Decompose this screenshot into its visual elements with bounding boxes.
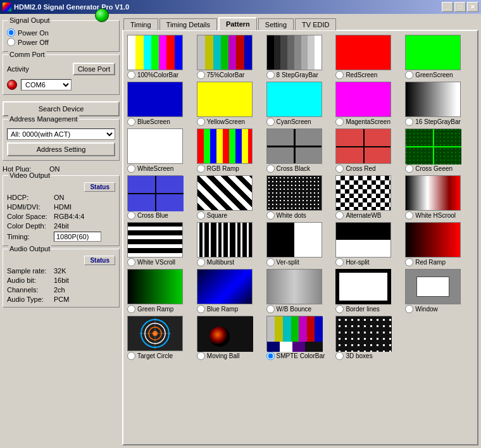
svg-rect-158: [459, 163, 460, 165]
pattern-radio-alternatewb[interactable]: [335, 211, 344, 220]
svg-rect-72: [428, 140, 430, 142]
svg-rect-199: [351, 344, 353, 346]
power-on-radio[interactable]: [7, 28, 15, 37]
tab-pattern[interactable]: Pattern: [218, 17, 257, 30]
pattern-label-borderlines: Border lines: [346, 306, 379, 313]
svg-rect-99: [440, 129, 441, 130]
address-select[interactable]: All: 0000(with ACT): [7, 128, 115, 140]
pattern-radio-movingball[interactable]: [197, 352, 205, 360]
video-status-badge[interactable]: Status: [84, 182, 115, 192]
pattern-radio-crossgreen[interactable]: [405, 165, 413, 173]
svg-rect-143: [455, 144, 456, 146]
svg-rect-44: [417, 148, 418, 149]
pattern-radio-3dboxes[interactable]: [335, 352, 344, 360]
svg-rect-10: [406, 133, 407, 134]
pattern-radio-greenramp[interactable]: [127, 305, 135, 313]
pattern-radio-square[interactable]: [197, 211, 205, 220]
pattern-radio-crossblue[interactable]: [127, 211, 135, 220]
svg-rect-124: [447, 148, 449, 149]
pattern-radio-targetcircle[interactable]: [127, 352, 135, 360]
com-port-select[interactable]: COM6 COM1 COM2 COM3: [21, 79, 72, 90]
pattern-thumb-redscreen: [335, 35, 391, 70]
pattern-radio-wbbounce[interactable]: [266, 305, 275, 313]
pattern-thumb-smpte: [266, 316, 322, 351]
minimize-button[interactable]: _: [442, 2, 453, 12]
pattern-radio-horsplit[interactable]: [335, 258, 344, 266]
power-off-radio[interactable]: [7, 38, 15, 46]
svg-rect-121: [447, 137, 449, 138]
tab-timing[interactable]: Timing: [123, 18, 158, 30]
svg-rect-107: [440, 159, 441, 161]
pattern-radio-yellowscreen[interactable]: [197, 118, 205, 126]
pattern-radio-window[interactable]: [405, 305, 413, 313]
pattern-item-crossgreen: Cross Geeen: [405, 128, 473, 173]
pattern-radio-whitescreen[interactable]: [127, 165, 135, 173]
svg-rect-34: [413, 148, 415, 149]
svg-rect-136: [451, 156, 453, 157]
pattern-item-redramp: Red Ramp: [405, 222, 473, 266]
svg-rect-155: [459, 152, 460, 153]
svg-rect-21: [409, 137, 411, 138]
pattern-thumb-crossblue: [127, 175, 183, 211]
pattern-item-graystep16: 16 StepGrayBar: [405, 82, 473, 126]
pattern-thumb-whitescreen: [127, 128, 183, 164]
svg-rect-25: [409, 152, 411, 153]
pattern-thumb-redramp: [405, 222, 461, 258]
pattern-radio-redramp[interactable]: [405, 258, 413, 266]
svg-rect-0: [267, 129, 322, 164]
tab-timing-details[interactable]: Timing Details: [159, 18, 217, 30]
search-device-button[interactable]: Search Device: [3, 101, 120, 116]
pattern-radio-graystep16[interactable]: [405, 118, 413, 126]
pattern-radio-crossred[interactable]: [335, 165, 344, 173]
audio-status-badge[interactable]: Status: [84, 256, 115, 265]
svg-rect-146: [455, 156, 456, 157]
pattern-label-magentascreen: MagentaScreen: [346, 118, 390, 125]
address-setting-button[interactable]: Address Setting: [7, 142, 115, 156]
pattern-radio-versplit[interactable]: [266, 258, 275, 266]
pattern-radio-smpte[interactable]: [266, 352, 275, 360]
pattern-radio-multiburst[interactable]: [197, 258, 205, 266]
pattern-label-multiburst: Multiburst: [207, 259, 234, 266]
pattern-thumb-graystep16: [405, 82, 461, 117]
svg-rect-52: [421, 140, 422, 142]
pattern-radio-rgbramp[interactable]: [197, 165, 205, 173]
svg-rect-195: [351, 319, 353, 321]
pattern-radio-graystep8[interactable]: [266, 71, 275, 79]
tab-tv-edid[interactable]: TV EDID: [295, 18, 336, 30]
pattern-thumb-alternatewb: [335, 175, 391, 211]
pattern-thumb-bluescreen: [127, 82, 183, 117]
activity-led: [7, 80, 17, 90]
svg-rect-233: [389, 332, 391, 333]
pattern-radio-colorbar75[interactable]: [197, 71, 205, 79]
svg-rect-119: [447, 129, 449, 130]
svg-rect-192: [345, 338, 347, 340]
pattern-radio-magentascreen[interactable]: [335, 118, 344, 126]
maximize-button[interactable]: □: [454, 2, 466, 12]
pattern-radio-blueramp[interactable]: [197, 305, 205, 313]
pattern-radio-greenscreen[interactable]: [405, 71, 413, 79]
pattern-label-bluescreen: BlueScreen: [137, 118, 170, 125]
pattern-radio-cyanscreen[interactable]: [266, 118, 275, 126]
audio-type-label: Audio Type:: [7, 296, 51, 303]
svg-rect-91: [436, 137, 437, 138]
close-button[interactable]: ✕: [467, 2, 478, 12]
pattern-thumb-colorbar75: [197, 35, 253, 70]
pattern-label-crossgreen: Cross Geeen: [415, 165, 453, 172]
pattern-radio-whitehscroll[interactable]: [405, 211, 413, 220]
close-port-button[interactable]: Close Port: [73, 63, 115, 75]
hdcp-value: ON: [54, 194, 65, 201]
pattern-thumb-blueramp: [197, 269, 253, 304]
svg-rect-9: [406, 129, 407, 130]
pattern-radio-colorbar100[interactable]: [127, 71, 135, 79]
pattern-radio-redscreen[interactable]: [335, 71, 344, 79]
pattern-radio-whitedots[interactable]: [266, 211, 275, 220]
pattern-radio-bluescreen[interactable]: [127, 118, 135, 126]
power-off-label: Power Off: [18, 39, 49, 46]
tab-setting[interactable]: Setting: [258, 18, 294, 30]
svg-rect-175: [299, 316, 307, 342]
pattern-radio-borderlines[interactable]: [335, 305, 344, 313]
pattern-thumb-crossblack: [266, 128, 322, 164]
pattern-radio-whitevscroll[interactable]: [127, 258, 135, 266]
svg-rect-184: [339, 325, 340, 327]
pattern-radio-crossblack[interactable]: [266, 165, 275, 173]
